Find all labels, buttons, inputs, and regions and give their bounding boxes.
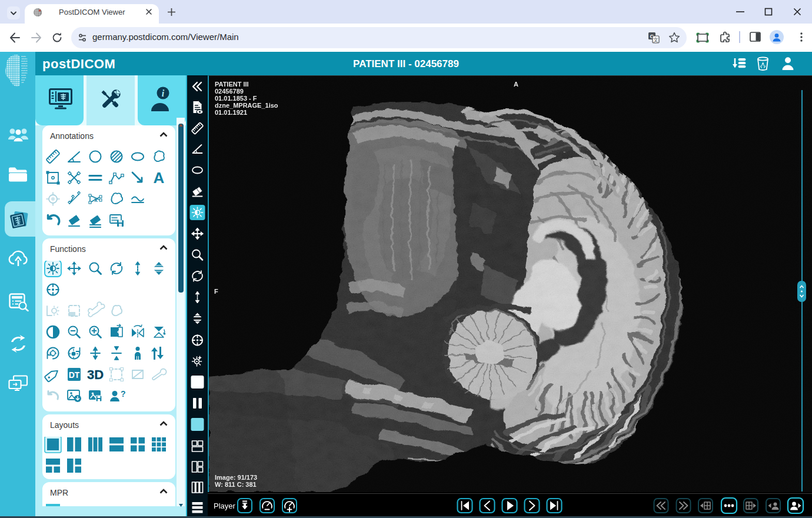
svg-text:?: ? — [121, 389, 126, 399]
svg-text:文: 文 — [653, 37, 658, 43]
svg-text:i: i — [162, 88, 165, 98]
svg-text:3D: 3D — [87, 367, 104, 382]
svg-text:DT: DT — [69, 370, 80, 380]
svg-text:A: A — [154, 169, 165, 187]
svg-text:x: x — [94, 197, 98, 203]
svg-text:10: 10 — [21, 81, 24, 84]
